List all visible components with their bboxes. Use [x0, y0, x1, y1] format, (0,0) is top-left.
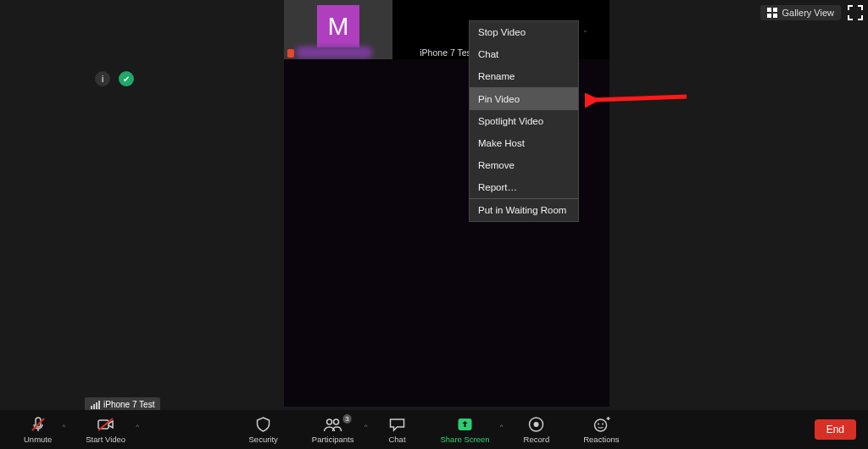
chevron-up-icon[interactable]: ^	[500, 423, 504, 430]
share-screen-label: Share Screen	[441, 435, 490, 444]
svg-point-10	[594, 419, 606, 431]
share-icon	[456, 416, 475, 433]
top-right-controls: Gallery View	[760, 5, 863, 20]
chat-icon	[388, 416, 407, 433]
participants-button[interactable]: ^ 3 Participants	[307, 416, 359, 444]
start-video-label: Start Video	[86, 435, 125, 444]
meeting-info-icons: i ✔	[95, 71, 134, 86]
svg-point-6	[334, 419, 339, 424]
chevron-up-icon[interactable]: ^	[136, 423, 139, 430]
microphone-slash-icon	[30, 416, 47, 433]
chat-button[interactable]: Chat	[383, 416, 412, 444]
gallery-view-label: Gallery View	[782, 8, 834, 18]
chevron-down-icon: ⌄	[582, 26, 588, 34]
svg-point-12	[602, 423, 604, 424]
reactions-label: Reactions	[583, 435, 619, 444]
menu-spotlight-video[interactable]: Spotlight Video	[470, 110, 578, 132]
security-label: Security	[249, 435, 278, 444]
shield-icon[interactable]: ✔	[119, 71, 134, 86]
security-button[interactable]: Security	[244, 416, 283, 444]
chat-label: Chat	[388, 435, 405, 444]
unmute-button[interactable]: ^ Unmute	[19, 416, 57, 444]
chevron-up-icon[interactable]: ^	[364, 423, 368, 430]
share-screen-button[interactable]: ^ Share Screen	[436, 416, 495, 444]
muted-icon	[287, 49, 294, 58]
unmute-label: Unmute	[24, 435, 52, 444]
participants-count: 3	[342, 414, 351, 424]
avatar: M	[317, 5, 359, 47]
svg-line-0	[592, 97, 687, 100]
menu-pin-video[interactable]: Pin Video	[470, 88, 578, 110]
svg-point-11	[598, 423, 599, 424]
record-icon	[528, 416, 545, 433]
tooltip-text: iPhone 7 Test	[103, 400, 154, 409]
record-button[interactable]: Record	[519, 416, 555, 444]
menu-remove[interactable]: Remove	[470, 154, 578, 176]
start-video-button[interactable]: ^ Start Video	[81, 416, 131, 444]
shield-icon	[255, 416, 272, 433]
participants-label: Participants	[312, 435, 354, 444]
gallery-view-button[interactable]: Gallery View	[760, 5, 841, 20]
participant-context-menu: Stop Video Chat Rename Pin Video Spotlig…	[469, 20, 579, 222]
menu-report[interactable]: Report…	[470, 176, 578, 198]
chevron-up-icon[interactable]: ^	[63, 423, 66, 430]
bottom-toolbar: ^ Unmute ^ Start Video Security ^ 3	[0, 410, 868, 449]
menu-make-host[interactable]: Make Host	[470, 132, 578, 154]
reactions-button[interactable]: Reactions	[578, 416, 624, 444]
svg-point-5	[327, 419, 332, 424]
participants-icon: 3	[323, 416, 343, 433]
smile-plus-icon	[592, 416, 610, 433]
menu-chat[interactable]: Chat	[470, 43, 578, 65]
menu-stop-video[interactable]: Stop Video	[470, 21, 578, 43]
arrow-annotation	[585, 88, 695, 114]
record-label: Record	[524, 435, 550, 444]
fullscreen-icon[interactable]	[848, 5, 863, 20]
info-icon[interactable]: i	[95, 71, 110, 86]
signal-icon	[91, 401, 100, 409]
menu-waiting-room[interactable]: Put in Waiting Room	[470, 199, 578, 221]
end-meeting-button[interactable]: End	[815, 419, 856, 440]
svg-rect-3	[98, 420, 108, 429]
menu-rename[interactable]: Rename	[470, 65, 578, 87]
name-blurred	[296, 47, 372, 58]
svg-point-9	[534, 422, 539, 427]
thumb-name	[287, 49, 294, 58]
video-slash-icon	[97, 416, 115, 433]
grid-icon	[767, 8, 777, 18]
thumb-participant-1[interactable]: M	[284, 0, 392, 59]
